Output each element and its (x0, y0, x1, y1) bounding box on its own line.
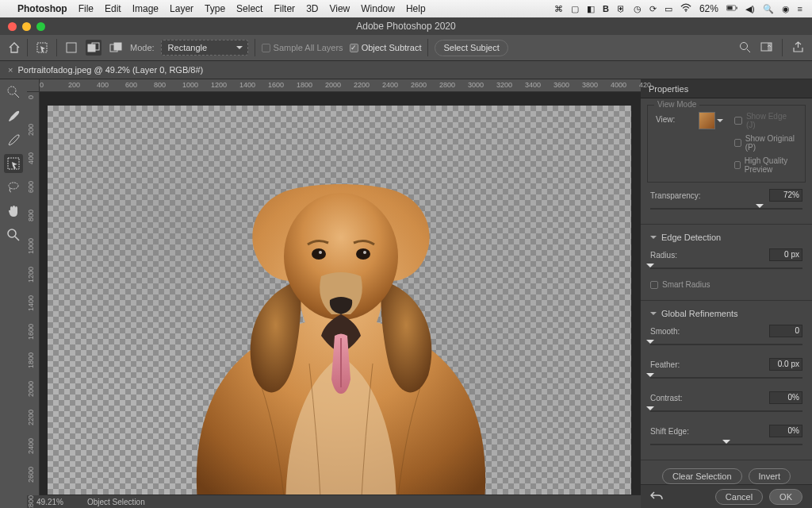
menu-filter[interactable]: Filter (274, 3, 295, 14)
zoom-tool[interactable] (4, 225, 23, 244)
ruler-vertical[interactable]: 0200400600800100012001400160018002000220… (27, 92, 40, 495)
properties-panel: Properties View Mode View: Show Edge (J)… (641, 79, 812, 508)
ruler-origin[interactable] (27, 79, 40, 92)
lasso-tool[interactable] (4, 178, 23, 197)
shield-icon[interactable]: ⛨ (617, 4, 626, 13)
app-name[interactable]: Photoshop (17, 3, 67, 14)
clock-icon[interactable]: ◷ (634, 4, 642, 14)
battery-icon[interactable] (726, 2, 737, 15)
menu-window[interactable]: Window (361, 3, 395, 14)
select-subject-button[interactable]: Select Subject (435, 40, 508, 56)
sync-icon[interactable]: ⟳ (649, 4, 657, 14)
mode-dropdown[interactable]: Rectangle (161, 40, 248, 56)
smooth-label: Smooth: (650, 327, 685, 336)
global-refinements-header[interactable]: Global Refinements (650, 309, 802, 318)
shift-edge-slider[interactable] (650, 441, 802, 448)
menu-file[interactable]: File (79, 3, 94, 14)
mac-menu-bar: Photoshop File Edit Image Layer Type Sel… (0, 0, 812, 17)
menu-help[interactable]: Help (406, 3, 426, 14)
mac-status-icons: ⌘ ▢ ◧ B ⛨ ◷ ⟳ ▭ 62% ◀) 🔍 ◉ ≡ (554, 2, 812, 15)
bitdefender-icon[interactable]: B (603, 4, 609, 13)
object-subtract-checkbox[interactable]: ✓Object Subtract (350, 43, 422, 52)
ok-button[interactable]: OK (769, 489, 802, 505)
ruler-horizontal[interactable]: 0200400600800100012001400160018002000220… (40, 79, 641, 92)
show-original-checkbox[interactable]: Show Original (P) (734, 134, 797, 152)
airplay-icon[interactable]: ▭ (665, 4, 672, 14)
smart-radius-checkbox[interactable]: Smart Radius (650, 280, 802, 289)
user-icon[interactable]: ◉ (782, 4, 790, 14)
select-subject-label: Select Subject (443, 43, 499, 52)
radius-label: Radius: (650, 251, 685, 260)
smooth-value[interactable]: 0 (769, 325, 802, 337)
home-icon[interactable] (8, 41, 21, 54)
share-icon[interactable] (792, 41, 804, 55)
menu-type[interactable]: Type (205, 3, 225, 14)
clear-selection-button[interactable]: Clear Selection (662, 468, 742, 484)
invert-button[interactable]: Invert (749, 468, 791, 484)
contrast-value[interactable]: 0% (769, 391, 802, 404)
close-tab-icon[interactable]: × (8, 65, 13, 75)
wifi-icon[interactable] (680, 2, 691, 15)
menu-3d[interactable]: 3D (306, 3, 318, 14)
edge-detection-header[interactable]: Edge Detection (650, 233, 802, 242)
mode-value: Rectangle (168, 43, 208, 52)
workspace-icon[interactable] (760, 41, 772, 55)
artboard[interactable] (48, 106, 631, 495)
svg-point-21 (363, 251, 366, 254)
zoom-level[interactable]: 49.21% (36, 498, 63, 506)
undo-icon[interactable] (650, 491, 663, 503)
search-icon[interactable] (739, 41, 751, 55)
panel-title[interactable]: Properties (641, 79, 812, 98)
status-icon[interactable]: ⌘ (554, 4, 563, 14)
document-tab[interactable]: × Portraitofadog.jpeg @ 49.2% (Layer 0, … (0, 61, 211, 79)
transparency-value[interactable]: 72% (769, 189, 802, 202)
radius-value[interactable]: 0 px (769, 248, 802, 261)
svg-point-10 (741, 42, 748, 49)
smooth-slider[interactable] (650, 341, 802, 348)
show-edge-checkbox[interactable]: Show Edge (J) (734, 112, 797, 129)
canvas-status-bar: 49.21% Object Selection (27, 495, 641, 508)
object-select-tool[interactable] (4, 154, 23, 173)
menu-layer[interactable]: Layer (170, 3, 193, 14)
feather-slider[interactable] (650, 374, 802, 382)
quick-select-tool[interactable] (4, 83, 23, 102)
new-selection-icon[interactable] (63, 40, 79, 56)
sound-icon[interactable]: ◀) (745, 4, 755, 14)
menu-image[interactable]: Image (132, 3, 159, 14)
dog-image-layer[interactable] (167, 181, 515, 495)
cancel-button[interactable]: Cancel (715, 489, 763, 505)
control-center-icon[interactable]: ≡ (798, 4, 802, 13)
transparency-slider[interactable] (650, 205, 802, 213)
feather-value[interactable]: 0.0 px (769, 358, 802, 371)
menu-select[interactable]: Select (236, 3, 262, 14)
hand-tool[interactable] (4, 202, 23, 221)
menu-edit[interactable]: Edit (105, 3, 121, 14)
shift-edge-value[interactable]: 0% (769, 425, 802, 437)
spotlight-icon[interactable]: 🔍 (763, 4, 774, 14)
screen-record-icon[interactable]: ▢ (571, 4, 579, 14)
status-tool: Object Selection (87, 498, 145, 506)
svg-rect-9 (114, 43, 121, 50)
svg-rect-2 (736, 6, 737, 9)
mode-label: Mode: (130, 43, 155, 52)
view-thumbnail-dropdown[interactable] (699, 112, 715, 129)
svg-rect-12 (768, 43, 772, 51)
feather-label: Feather: (650, 360, 685, 369)
svg-point-0 (685, 10, 687, 12)
shift-edge-label: Shift Edge: (650, 427, 698, 436)
add-selection-icon[interactable] (86, 40, 102, 56)
canvas-viewport[interactable] (40, 92, 641, 495)
refine-brush-tool[interactable] (4, 130, 23, 149)
window-title: Adobe Photoshop 2020 (0, 21, 812, 32)
radius-slider[interactable] (650, 264, 802, 272)
svg-rect-5 (67, 43, 76, 52)
subtract-selection-icon[interactable] (108, 40, 124, 56)
brush-tool[interactable] (4, 106, 23, 125)
contrast-slider[interactable] (650, 407, 802, 415)
canvas-area: 0200400600800100012001400160018002000220… (27, 79, 641, 508)
status-icon[interactable]: ◧ (587, 4, 595, 14)
hq-preview-checkbox[interactable]: High Quality Preview (734, 156, 797, 174)
menu-view[interactable]: View (329, 3, 350, 14)
object-select-tool-icon[interactable] (34, 40, 50, 56)
sample-all-layers-checkbox[interactable]: Sample All Layers (262, 43, 343, 52)
